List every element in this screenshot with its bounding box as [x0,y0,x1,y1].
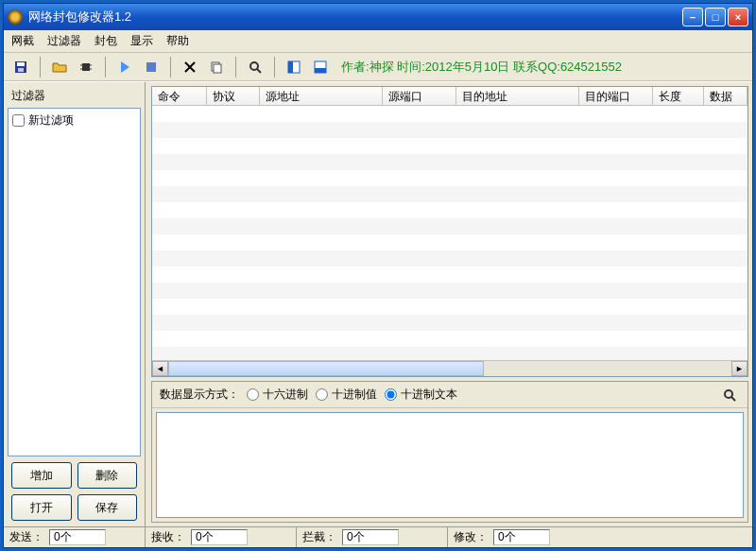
menu-display[interactable]: 显示 [130,33,153,49]
window-title: 网络封包修改器1.2 [28,9,131,26]
status-block-value: 0个 [342,529,399,545]
col-command[interactable]: 命令 [152,87,207,106]
play-icon[interactable] [113,56,136,78]
format-label: 数据显示方式： [160,387,239,403]
radio-decval[interactable]: 十进制值 [316,387,377,403]
scroll-thumb[interactable] [168,361,484,376]
app-icon [8,9,23,25]
radio-hex[interactable]: 十六进制 [247,387,308,403]
svg-rect-10 [214,64,221,73]
statusbar: 发送： 0个 接收： 0个 拦截： 0个 修改： 0个 [4,526,752,547]
col-protocol[interactable]: 协议 [207,87,260,106]
status-modify-value: 0个 [493,529,550,545]
horizontal-scrollbar[interactable]: ◄ ► [152,360,747,376]
col-data[interactable]: 数据 [704,87,747,106]
sidebar: 过滤器 新过滤项 增加 删除 打开 保存 [4,82,146,526]
status-recv-value: 0个 [191,529,248,545]
status-block-label: 拦截： [297,529,342,545]
filter-item-label: 新过滤项 [28,112,74,129]
svg-line-12 [257,69,261,73]
filter-item[interactable]: 新过滤项 [12,112,136,129]
scroll-right-icon[interactable]: ► [731,361,747,376]
delete-button[interactable]: 删除 [77,462,138,489]
svg-point-17 [725,390,732,398]
svg-rect-8 [146,62,156,72]
open-icon[interactable] [48,56,71,78]
menubar: 网截 过滤器 封包 显示 帮助 [4,30,752,53]
col-dst-port[interactable]: 目的端口 [579,87,653,106]
filter-tree[interactable]: 新过滤项 [8,108,141,456]
scroll-left-icon[interactable]: ◄ [152,361,168,376]
data-textarea[interactable] [156,412,744,518]
save-icon[interactable] [9,56,32,78]
status-send-value: 0个 [49,529,106,545]
author-info: 作者:神探 时间:2012年5月10日 联系QQ:624521552 [341,59,622,76]
col-dst-addr[interactable]: 目的地址 [456,87,579,106]
menu-help[interactable]: 帮助 [166,33,189,49]
toolbar: 作者:神探 时间:2012年5月10日 联系QQ:624521552 [4,53,752,81]
packet-table[interactable]: 命令 协议 源地址 源端口 目的地址 目的端口 长度 数据 ◄ ► [151,86,748,377]
table-header-row: 命令 协议 源地址 源端口 目的地址 目的端口 长度 数据 [152,87,747,106]
maximize-button[interactable]: □ [705,8,726,26]
delete-icon[interactable] [179,56,201,78]
menu-packet[interactable]: 封包 [94,33,117,49]
data-panel: 数据显示方式： 十六进制 十进制值 十进制文本 [151,381,748,523]
layout1-icon[interactable] [283,56,305,78]
radio-hex-input[interactable] [247,388,259,401]
svg-line-18 [731,397,735,401]
svg-rect-1 [17,62,25,66]
filter-checkbox[interactable] [12,114,25,127]
radio-dectxt-input[interactable] [385,388,397,401]
status-recv-label: 接收： [146,529,191,545]
copy-icon[interactable] [205,56,228,78]
svg-rect-14 [288,61,293,73]
radio-dectxt[interactable]: 十进制文本 [385,387,457,403]
minimize-button[interactable]: – [682,8,703,26]
close-button[interactable]: × [728,8,748,26]
format-bar: 数据显示方式： 十六进制 十进制值 十进制文本 [152,382,747,408]
main-area: 命令 协议 源地址 源端口 目的地址 目的端口 长度 数据 ◄ ► [146,82,752,526]
open-button[interactable]: 打开 [11,494,72,521]
svg-point-11 [250,62,258,70]
layout2-icon[interactable] [309,56,332,78]
status-modify-label: 修改： [448,529,493,545]
menu-capture[interactable]: 网截 [11,33,34,49]
sidebar-title: 过滤器 [8,86,141,106]
data-search-icon[interactable] [719,385,740,405]
stop-icon[interactable] [140,56,163,78]
col-src-port[interactable]: 源端口 [383,87,456,106]
menu-filter[interactable]: 过滤器 [47,33,81,49]
radio-decval-input[interactable] [316,388,328,401]
table-body[interactable] [152,106,747,360]
save-button[interactable]: 保存 [77,494,138,521]
svg-rect-3 [82,63,90,71]
svg-rect-2 [18,68,24,72]
search-icon[interactable] [244,56,266,78]
chip-icon[interactable] [75,56,97,78]
svg-rect-16 [315,68,326,73]
add-button[interactable]: 增加 [11,462,72,489]
col-length[interactable]: 长度 [653,87,704,106]
titlebar: 网络封包修改器1.2 – □ × [4,4,752,30]
col-src-addr[interactable]: 源地址 [260,87,383,106]
status-send-label: 发送： [4,529,49,545]
